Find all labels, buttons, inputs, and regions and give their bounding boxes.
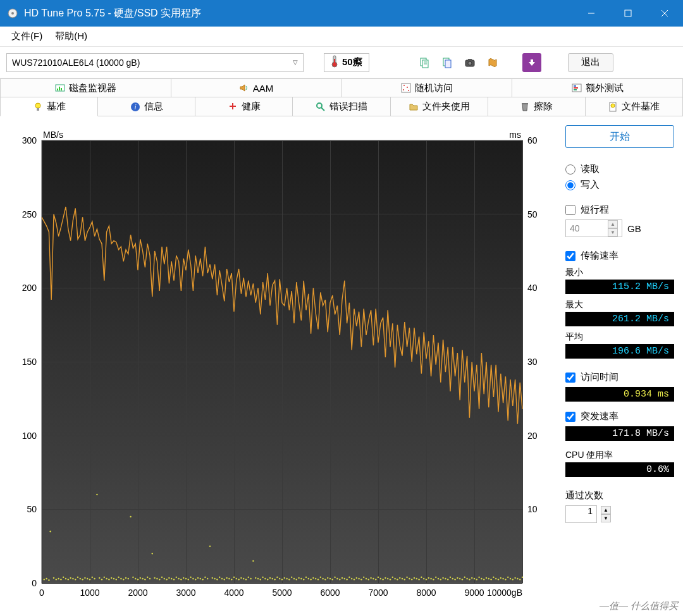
svg-point-212	[348, 577, 350, 578]
svg-point-35	[317, 103, 322, 108]
menu-help[interactable]: 帮助(H)	[49, 28, 94, 45]
svg-point-122	[132, 577, 133, 578]
svg-point-222	[372, 578, 374, 579]
transfer-rate-checkbox[interactable]	[565, 251, 575, 261]
options-button[interactable]	[483, 53, 502, 72]
svg-point-209	[342, 577, 343, 579]
svg-point-215	[356, 577, 357, 579]
start-button[interactable]: 开始	[565, 125, 674, 148]
close-button[interactable]	[646, 0, 683, 27]
svg-point-224	[378, 577, 379, 578]
screenshot-button[interactable]	[460, 53, 479, 72]
svg-point-195	[308, 578, 309, 579]
tab-AAM[interactable]: AAM	[171, 78, 342, 97]
svg-point-284	[522, 577, 523, 578]
access-time-check[interactable]: 访问时间	[565, 371, 674, 383]
svg-point-16	[468, 61, 472, 65]
svg-point-266	[478, 577, 479, 578]
tab-磁盘监视器[interactable]: 磁盘监视器	[0, 78, 171, 97]
tabs-row1: 磁盘监视器AAM随机访问额外测试	[0, 78, 683, 97]
svg-rect-17	[468, 59, 472, 61]
svg-point-282	[517, 578, 518, 579]
tab-健康[interactable]: 健康	[195, 97, 293, 116]
copy-text-button[interactable]	[415, 53, 434, 72]
svg-point-271	[490, 579, 491, 580]
tab-信息[interactable]: i信息	[98, 97, 195, 116]
svg-point-142	[180, 579, 182, 580]
tab-label: 磁盘监视器	[69, 82, 116, 94]
short-stroke-check[interactable]: 短行程	[565, 204, 674, 216]
svg-point-246	[430, 578, 431, 579]
svg-point-138	[171, 578, 172, 579]
svg-point-262	[469, 579, 470, 580]
svg-point-250	[440, 579, 441, 580]
radio-write[interactable]: 写入	[565, 179, 674, 191]
svg-point-130	[152, 553, 153, 554]
save-button[interactable]	[522, 53, 541, 72]
svg-point-241	[418, 579, 419, 580]
read-radio[interactable]	[565, 164, 575, 175]
spin-up-icon[interactable]: ▲	[601, 506, 611, 514]
svg-point-124	[137, 579, 138, 580]
tab-错误扫描[interactable]: 错误扫描	[293, 97, 390, 116]
svg-point-113	[111, 577, 112, 579]
svg-point-99	[77, 577, 78, 578]
svg-point-31	[35, 103, 40, 108]
drive-select[interactable]: WUS721010ALE6L4 (10000 gB) ▽	[6, 53, 304, 72]
spin-down-icon[interactable]: ▼	[601, 514, 611, 522]
svg-point-258	[459, 578, 460, 579]
write-radio[interactable]	[565, 180, 575, 190]
svg-point-202	[324, 579, 326, 580]
tab-额外测试[interactable]: 额外测试	[512, 78, 683, 97]
svg-point-159	[221, 578, 223, 579]
burst-check[interactable]: 突发速率	[565, 410, 674, 422]
max-label: 最大	[565, 299, 674, 311]
speaker-icon	[239, 83, 249, 93]
svg-rect-28	[574, 85, 576, 87]
svg-point-118	[123, 579, 124, 580]
svg-point-223	[375, 579, 376, 580]
burst-checkbox[interactable]	[565, 412, 575, 422]
svg-point-129	[149, 578, 151, 579]
menu-file[interactable]: 文件(F)	[5, 28, 49, 45]
tab-label: 文件夹使用	[422, 101, 470, 113]
spin-up-icon[interactable]: ▲	[608, 220, 618, 228]
svg-point-244	[426, 579, 427, 580]
svg-point-242	[421, 577, 422, 578]
radio-read[interactable]: 读取	[565, 163, 674, 175]
svg-point-100	[80, 578, 81, 579]
tab-文件基准[interactable]: 文件基准	[586, 97, 683, 116]
maximize-button[interactable]	[610, 0, 646, 27]
svg-point-217	[360, 579, 362, 580]
svg-point-187	[288, 579, 290, 580]
tab-基准[interactable]: 基准	[0, 97, 98, 116]
svg-text:4000: 4000	[224, 588, 243, 598]
svg-point-259	[462, 579, 463, 580]
svg-point-207	[336, 578, 338, 579]
short-stroke-checkbox[interactable]	[565, 205, 575, 215]
tab-文件夹使用[interactable]: 文件夹使用	[391, 97, 488, 116]
svg-text:ms: ms	[509, 130, 521, 140]
temperature-value: 50瘵	[342, 56, 362, 68]
svg-point-247	[433, 579, 434, 580]
svg-point-127	[144, 579, 145, 580]
copy-screenshot-button[interactable]	[438, 53, 457, 72]
short-stroke-input[interactable]: 40 ▲ ▼	[565, 219, 622, 237]
avg-value: 196.6 MB/s	[565, 344, 674, 359]
svg-point-279	[510, 578, 511, 579]
spin-down-icon[interactable]: ▼	[608, 228, 618, 237]
tab-label: 信息	[144, 101, 163, 113]
passes-input[interactable]: 1	[565, 505, 597, 523]
exit-button[interactable]: 退出	[568, 53, 613, 72]
access-time-checkbox[interactable]	[565, 373, 575, 383]
svg-point-120	[128, 578, 129, 579]
svg-point-86	[46, 578, 47, 579]
minimize-button[interactable]	[573, 0, 610, 27]
svg-point-274	[498, 579, 499, 580]
svg-point-190	[296, 579, 297, 580]
tab-随机访问[interactable]: 随机访问	[342, 78, 513, 97]
transfer-rate-check[interactable]: 传输速率	[565, 250, 674, 262]
svg-text:150: 150	[22, 357, 37, 367]
tab-擦除[interactable]: 擦除	[488, 97, 586, 116]
svg-text:3000: 3000	[176, 588, 195, 598]
